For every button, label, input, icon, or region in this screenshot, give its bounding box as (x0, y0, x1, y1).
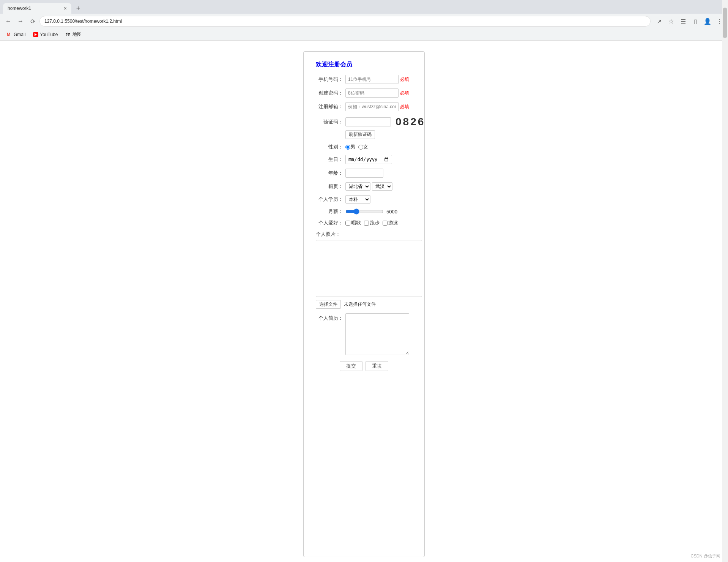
hobby-swimming-checkbox[interactable] (383, 221, 388, 226)
password-row: 创建密码： 必填 (316, 88, 412, 98)
submit-button[interactable]: 提交 (340, 361, 362, 371)
file-input-row: 选择文件 未选择任何文件 (316, 300, 412, 309)
hobby-singing-label: 唱歌 (351, 219, 361, 226)
scrollbar-track[interactable] (722, 0, 728, 562)
password-label: 创建密码： (316, 90, 343, 96)
captcha-section: 验证码： 0826 刷新验证码 (316, 116, 412, 139)
bookmark-button[interactable]: ☆ (666, 16, 676, 27)
scrollbar-thumb[interactable] (723, 8, 727, 38)
new-tab-button[interactable]: + (73, 3, 84, 14)
email-required: 必填 (400, 104, 409, 110)
province-select[interactable]: 湖北省 北京市 上海市 广东省 浙江省 (345, 182, 370, 191)
photo-label: 个人照片： (316, 231, 412, 238)
email-row: 注册邮箱： 必填 (316, 102, 412, 111)
email-input[interactable] (345, 102, 399, 111)
gender-label: 性别： (316, 144, 343, 150)
password-input[interactable] (345, 88, 399, 98)
reload-button[interactable]: ⟳ (27, 16, 38, 27)
city-select[interactable]: 武汉 宜昌 荆州 襄阳 (372, 182, 392, 191)
gender-female-radio[interactable] (358, 145, 363, 150)
email-label: 注册邮箱： (316, 103, 343, 110)
file-select-button[interactable]: 选择文件 (316, 300, 341, 309)
youtube-label: YouTube (40, 32, 58, 37)
captcha-row: 验证码： 0826 (316, 116, 412, 128)
hobbies-row: 个人爱好： 唱歌 跑步 游泳 (316, 219, 412, 226)
hobby-singing: 唱歌 (345, 219, 361, 226)
profile-button[interactable]: 👤 (702, 16, 713, 27)
maps-icon: 🗺 (66, 32, 71, 37)
page-content: 欢迎注册会员 手机号码： 必填 创建密码： 必填 注册邮箱： 必填 验证码： 0… (0, 41, 728, 562)
address-bar[interactable]: 127.0.0.1:5500/test/homework1.2.html (39, 16, 651, 27)
education-select[interactable]: 本科 专科 研究生 博士 高中 (345, 195, 370, 204)
nav-actions: ↗ ☆ ☰ ▯ 👤 ⋮ (654, 16, 725, 27)
nav-bar: ← → ⟳ 127.0.0.1:5500/test/homework1.2.ht… (0, 14, 728, 29)
hobby-running-label: 跑步 (370, 219, 380, 226)
gmail-label: Gmail (14, 32, 25, 37)
bookmark-gmail[interactable]: M Gmail (5, 31, 28, 38)
share-button[interactable]: ↗ (654, 16, 664, 27)
tab-close-button[interactable]: × (64, 5, 67, 11)
salary-row: 月薪： 5000 (316, 208, 412, 215)
hobbies-label: 个人爱好： (316, 219, 343, 226)
form-title: 欢迎注册会员 (316, 61, 412, 69)
gender-male-radio[interactable] (345, 145, 350, 150)
hobby-swimming: 游泳 (383, 219, 398, 226)
phone-row: 手机号码： 必填 (316, 75, 412, 84)
tab-bar: homework1 × + (0, 0, 728, 14)
native-label: 籍贯： (316, 183, 343, 190)
phone-required: 必填 (400, 76, 409, 83)
refresh-captcha-button[interactable]: 刷新验证码 (345, 130, 375, 139)
youtube-icon (33, 32, 38, 37)
submit-row: 提交 重填 (316, 361, 412, 371)
native-row: 籍贯： 湖北省 北京市 上海市 广东省 浙江省 武汉 宜昌 荆州 襄阳 (316, 182, 412, 191)
resume-textarea[interactable] (345, 313, 409, 355)
salary-label: 月薪： (316, 208, 343, 215)
registration-form: 欢迎注册会员 手机号码： 必填 创建密码： 必填 注册邮箱： 必填 验证码： 0… (303, 51, 425, 557)
tab-title: homework1 (8, 6, 31, 11)
captcha-input[interactable] (345, 117, 391, 126)
extensions-button[interactable]: ☰ (678, 16, 689, 27)
captcha-label: 验证码： (316, 118, 343, 125)
birthday-row: 生日： (316, 155, 412, 164)
resume-section: 个人简历： (316, 313, 412, 355)
gmail-icon: M (7, 32, 12, 37)
csdn-watermark: CSDN @信子网 (691, 553, 720, 559)
gender-male-label: 男 (350, 144, 355, 150)
gender-female-label: 女 (363, 144, 368, 150)
hobby-running-checkbox[interactable] (364, 221, 369, 226)
back-button[interactable]: ← (3, 16, 14, 27)
browser-chrome: homework1 × + ← → ⟳ 127.0.0.1:5500/test/… (0, 0, 728, 41)
bookmark-maps[interactable]: 🗺 地图 (63, 30, 84, 38)
maps-label: 地图 (72, 31, 82, 38)
password-required: 必填 (400, 90, 409, 96)
no-file-label: 未选择任何文件 (344, 301, 376, 308)
education-row: 个人学历： 本科 专科 研究生 博士 高中 (316, 195, 412, 204)
hobby-running: 跑步 (364, 219, 380, 226)
age-label: 年龄： (316, 170, 343, 177)
age-row: 年龄： (316, 169, 412, 178)
bookmarks-bar: M Gmail YouTube 🗺 地图 (0, 29, 728, 40)
birthday-input[interactable] (345, 155, 392, 164)
reset-button[interactable]: 重填 (366, 361, 388, 371)
active-tab[interactable]: homework1 × (3, 3, 71, 14)
address-text: 127.0.0.1:5500/test/homework1.2.html (44, 19, 122, 24)
captcha-code: 0826 (396, 116, 425, 128)
gender-row: 性别： 男 女 (316, 144, 412, 150)
salary-value: 5000 (386, 209, 397, 215)
education-label: 个人学历： (316, 196, 343, 203)
birthday-label: 生日： (316, 156, 343, 163)
photo-section: 个人照片： 选择文件 未选择任何文件 (316, 231, 412, 309)
hobby-singing-checkbox[interactable] (345, 221, 350, 226)
forward-button[interactable]: → (15, 16, 26, 27)
photo-preview (316, 240, 422, 297)
bookmark-youtube[interactable]: YouTube (31, 31, 60, 38)
age-input[interactable] (345, 169, 383, 178)
reader-mode-button[interactable]: ▯ (690, 16, 701, 27)
salary-slider[interactable] (345, 208, 383, 215)
phone-label: 手机号码： (316, 76, 343, 83)
resume-label: 个人简历： (316, 313, 343, 322)
phone-input[interactable] (345, 75, 399, 84)
hobby-swimming-label: 游泳 (388, 219, 398, 226)
